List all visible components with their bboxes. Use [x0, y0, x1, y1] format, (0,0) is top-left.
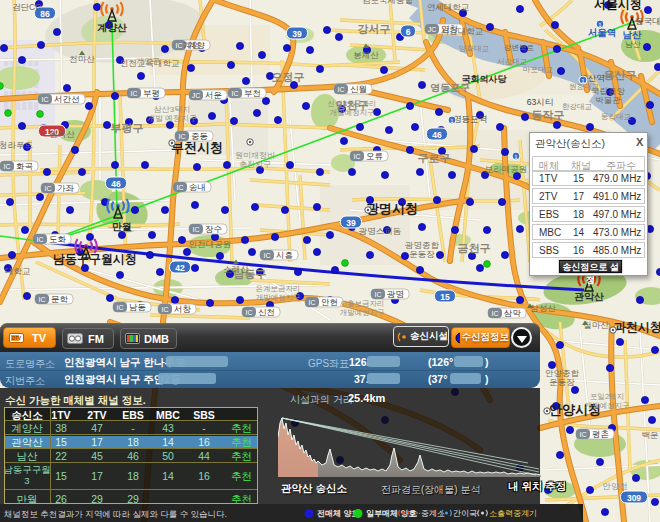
- svg-text:IC: IC: [131, 90, 138, 97]
- svg-text:오류: 오류: [366, 151, 383, 161]
- svg-text:검단CC: 검단CC: [12, 2, 41, 12]
- svg-text:국회의사당: 국회의사당: [462, 74, 508, 84]
- svg-text:86: 86: [40, 9, 50, 19]
- svg-text:영등포역: 영등포역: [453, 114, 487, 124]
- svg-text:JC: JC: [192, 92, 201, 99]
- svg-text:보라매공원: 보라매공원: [485, 164, 528, 174]
- svg-text:개발예정지구: 개발예정지구: [256, 293, 301, 302]
- svg-text:부천: 부천: [244, 88, 261, 98]
- svg-text:IC: IC: [338, 86, 345, 93]
- svg-text:촉진지구: 촉진지구: [239, 160, 271, 169]
- svg-text:봉제산: 봉제산: [353, 50, 379, 60]
- svg-text:소래산: 소래산: [223, 264, 249, 274]
- svg-text:가좌: 가좌: [57, 183, 75, 193]
- svg-text:남산: 남산: [623, 29, 643, 40]
- svg-text:동작대교: 동작대교: [601, 112, 631, 121]
- svg-text:광명: 광명: [387, 289, 404, 299]
- svg-text:개발예정지구: 개발예정지구: [330, 108, 375, 117]
- svg-text:6: 6: [406, 27, 411, 37]
- svg-text:송내: 송내: [189, 182, 206, 192]
- svg-text:남동구구월시청: 남동구구월시청: [53, 252, 137, 266]
- svg-text:동작구: 동작구: [532, 109, 565, 121]
- svg-text:서간선: 서간선: [54, 94, 80, 104]
- svg-text:IC: IC: [246, 309, 253, 316]
- svg-text:안양천: 안양천: [602, 481, 628, 491]
- svg-text:서운: 서운: [205, 90, 222, 100]
- svg-text:남산: 남산: [625, 40, 641, 49]
- svg-text:개발 예정지구: 개발 예정지구: [147, 114, 197, 123]
- svg-text:광명스피돔: 광명스피돔: [359, 226, 402, 236]
- svg-text:부평구: 부평구: [111, 122, 144, 134]
- svg-text:안현: 안현: [321, 297, 338, 307]
- svg-text:은계보금자리: 은계보금자리: [256, 284, 301, 293]
- svg-text:백운: 백운: [642, 430, 659, 440]
- svg-text:서창: 서창: [174, 304, 192, 314]
- svg-text:63시티: 63시티: [527, 97, 553, 107]
- svg-text:계양: 계양: [184, 40, 202, 50]
- svg-text:문학: 문학: [51, 294, 69, 304]
- svg-text:IC: IC: [176, 42, 183, 49]
- svg-text:마포대교: 마포대교: [523, 65, 553, 74]
- svg-text:연세대학교: 연세대학교: [427, 2, 470, 12]
- svg-text:39: 39: [292, 29, 302, 39]
- svg-text:시흥: 시흥: [276, 250, 293, 260]
- svg-text:IC: IC: [232, 90, 239, 97]
- svg-text:원적산: 원적산: [49, 129, 75, 139]
- svg-text:장수: 장수: [205, 224, 222, 234]
- svg-text:IC: IC: [177, 184, 184, 191]
- svg-text:양화대교: 양화대교: [459, 44, 489, 53]
- svg-text:천마산: 천마산: [69, 54, 95, 64]
- svg-text:화곡: 화곡: [16, 161, 33, 171]
- svg-text:용산구: 용산구: [604, 69, 637, 81]
- svg-text:46: 46: [432, 130, 442, 140]
- svg-text:오정구: 오정구: [272, 71, 305, 83]
- svg-text:삼막: 삼막: [504, 308, 522, 318]
- svg-text:부천시청: 부천시청: [171, 140, 223, 155]
- svg-text:부평: 부평: [143, 88, 160, 98]
- svg-text:인천대공원: 인천대공원: [189, 239, 232, 249]
- svg-text:신천: 신천: [258, 307, 275, 317]
- svg-text:청라푸드: 청라푸드: [0, 140, 33, 150]
- svg-text:DTV: DTV: [12, 336, 21, 341]
- svg-text:IC: IC: [580, 431, 587, 438]
- svg-text:도화: 도화: [49, 234, 67, 244]
- svg-text:강서구: 강서구: [358, 23, 391, 35]
- svg-text:IC: IC: [117, 304, 124, 311]
- svg-text:강변북로: 강변북로: [504, 43, 534, 52]
- svg-text:IC: IC: [162, 306, 169, 313]
- svg-text:박물관: 박물관: [595, 95, 621, 105]
- svg-text:IC: IC: [179, 133, 186, 140]
- svg-text:42: 42: [175, 263, 185, 273]
- svg-text:서강대학교: 서강대학교: [441, 26, 484, 36]
- svg-text:삼성산: 삼성산: [530, 303, 556, 313]
- svg-text:원미재정비: 원미재정비: [235, 151, 275, 160]
- svg-text:IC: IC: [354, 153, 361, 160]
- svg-text:포일2택지: 포일2택지: [590, 392, 624, 401]
- svg-text:39: 39: [346, 218, 356, 228]
- svg-text:IC: IC: [309, 299, 316, 306]
- svg-text:계양구: 계양구: [136, 57, 160, 66]
- svg-text:IC: IC: [375, 291, 382, 298]
- svg-text:과천시청: 과천시청: [614, 320, 660, 334]
- svg-text:IC: IC: [42, 96, 49, 103]
- svg-text:IC: IC: [4, 163, 11, 170]
- svg-text:운동장: 운동장: [409, 249, 435, 259]
- svg-text:JC: JC: [428, 26, 437, 33]
- svg-text:IC: IC: [264, 252, 271, 259]
- svg-text:대학교: 대학교: [5, 266, 31, 276]
- svg-text:서울시청: 서울시청: [594, 0, 642, 11]
- svg-text:개발예정지구: 개발예정지구: [340, 308, 385, 317]
- svg-text:IC: IC: [492, 310, 499, 317]
- svg-text:남동: 남동: [129, 302, 146, 312]
- svg-text:시흥보금자리: 시흥보금자리: [340, 299, 385, 308]
- svg-text:개발예정지구: 개발예정지구: [585, 401, 630, 410]
- svg-text:광명시청: 광명시청: [366, 201, 418, 216]
- svg-text:구로구: 구로구: [418, 152, 451, 164]
- svg-text:만월: 만월: [112, 221, 132, 232]
- svg-text:서울역: 서울역: [588, 27, 617, 38]
- svg-text:동국대: 동국대: [635, 16, 660, 26]
- svg-text:309: 309: [627, 493, 641, 503]
- svg-text:IC: IC: [39, 296, 46, 303]
- svg-text:IC: IC: [193, 226, 200, 233]
- svg-text:한강대교: 한강대교: [562, 102, 592, 111]
